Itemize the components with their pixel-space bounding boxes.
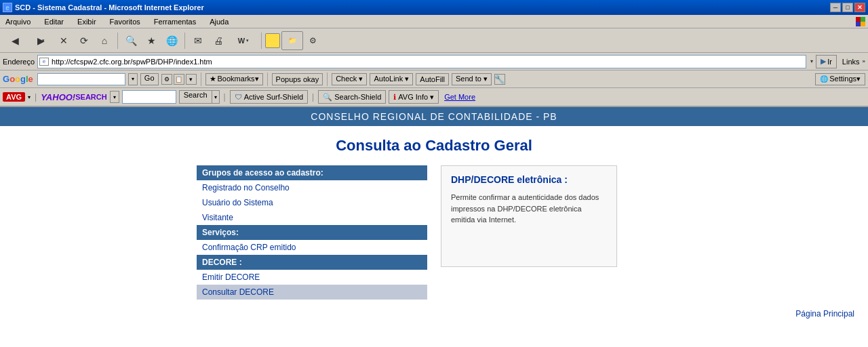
mail-button[interactable]: ✉ xyxy=(189,31,208,50)
media-button[interactable]: 🌐 xyxy=(162,31,181,50)
bookmarks-button[interactable]: ★ Bookmarks▾ xyxy=(205,73,263,85)
address-bar: Endereço e ▾ ▶ Ir Links » xyxy=(0,53,868,70)
yahoo-logo: YAHOO! xyxy=(41,92,75,102)
size-button[interactable] xyxy=(265,33,280,48)
google-search-dropdown[interactable]: ▾ xyxy=(128,73,138,85)
page-footer: Página Principal xyxy=(0,306,868,321)
link-visitante[interactable]: Visitante xyxy=(197,210,427,225)
close-button[interactable]: ✕ xyxy=(854,3,865,12)
toolbar-separator-2 xyxy=(184,33,185,49)
autofill-button[interactable]: AutoFill xyxy=(416,73,449,85)
menu-editar[interactable]: Editar xyxy=(41,16,66,27)
google-toolbar: Google ▾ Go ⚙ 📋 ▾ ★ Bookmarks▾ Popups ok… xyxy=(0,70,868,88)
browser-toolbar: ◀ ▾ ▶ ▾ ✕ ⟳ ⌂ 🔍 ★ 🌐 ✉ 🖨 W ▾ 📁 ⚙ xyxy=(0,28,868,53)
content-grid: Grupos de acesso ao cadastro: Registrado… xyxy=(197,165,671,300)
refresh-button[interactable]: ⟳ xyxy=(75,31,94,50)
link-emitir-decore[interactable]: Emitir DECORE xyxy=(197,270,427,285)
yahoo-search-group: YAHOO! SEARCH xyxy=(41,92,107,102)
search-shield-icon: 🔍 xyxy=(323,93,332,102)
yahoo-search-label: SEARCH xyxy=(75,93,106,101)
decore-header: DECORE : xyxy=(197,255,427,270)
avg-dropdown-arrow[interactable]: ▾ xyxy=(28,94,31,100)
services-header: Serviços: xyxy=(197,225,427,240)
page-header: CONSELHO REGIONAL DE CONTABILIDADE - PB xyxy=(0,107,868,126)
tb-icon-1[interactable]: ⚙ xyxy=(161,74,172,85)
search-dropdown-arrow[interactable]: ▾ xyxy=(212,90,220,104)
window-title: SCD - Sistema Cadastral - Microsoft Inte… xyxy=(15,3,204,12)
dhp-title: DHP/DECORE eletrônica : xyxy=(451,174,607,185)
globe-icon: 🌐 xyxy=(820,75,828,83)
address-label: Endereço xyxy=(3,58,35,66)
search-button-group: Search ▾ xyxy=(179,90,220,104)
minimize-button[interactable]: ─ xyxy=(830,3,841,12)
menu-exibir[interactable]: Exibir xyxy=(75,16,99,27)
address-input-wrap: e xyxy=(37,55,806,68)
go-button[interactable]: ▶ Ir xyxy=(816,55,837,68)
tb-icon-2[interactable]: 📋 xyxy=(174,74,184,85)
avg-toolbar: AVG ▾ | YAHOO! SEARCH ▾ Search ▾ | 🛡 Act… xyxy=(0,88,868,107)
popups-button[interactable]: Popups okay xyxy=(272,73,323,85)
menu-ferramentas[interactable]: Ferramentas xyxy=(151,16,199,27)
msn-button[interactable]: ⚙ xyxy=(303,31,322,50)
search-shield-button[interactable]: 🔍 Search-Shield xyxy=(318,90,386,104)
google-separator-2 xyxy=(267,73,268,86)
left-panel: Grupos de acesso ao cadastro: Registrado… xyxy=(197,165,427,300)
menu-bar: Arquivo Editar Exibir Favoritos Ferramen… xyxy=(0,15,868,28)
page-icon: e xyxy=(39,57,50,66)
windows-flag xyxy=(856,17,865,26)
links-label: Links xyxy=(842,58,860,66)
menu-ajuda[interactable]: Ajuda xyxy=(207,16,231,27)
avg-logo[interactable]: AVG xyxy=(3,92,25,102)
maximize-button[interactable]: □ xyxy=(842,3,853,12)
wrench-icon[interactable]: 🔧 xyxy=(494,74,505,85)
google-separator-3 xyxy=(327,73,328,86)
dhp-description: Permite confirmar a autenticidade dos da… xyxy=(451,192,607,226)
back-button[interactable]: ◀ ▾ xyxy=(3,31,27,50)
print-button[interactable]: 🖨 xyxy=(209,31,228,50)
page-header-title: CONSELHO REGIONAL DE CONTABILIDADE - PB xyxy=(311,111,557,122)
google-go-button[interactable]: Go xyxy=(140,73,159,85)
get-more-link[interactable]: Get More xyxy=(444,93,475,101)
stop-button[interactable]: ✕ xyxy=(54,31,73,50)
forward-button[interactable]: ▶ ▾ xyxy=(28,31,53,50)
go-arrow-icon: ▶ xyxy=(821,57,826,66)
toolbar-separator-1 xyxy=(117,33,118,49)
favorites-button[interactable]: ★ xyxy=(142,31,161,50)
autolink-button[interactable]: AutoLink ▾ xyxy=(370,73,413,85)
main-content: Consulta ao Cadastro Geral Grupos de ace… xyxy=(0,126,868,306)
address-dropdown-arrow[interactable]: ▾ xyxy=(810,58,813,64)
tb-icon-3[interactable]: ▾ xyxy=(186,74,197,85)
link-consultar-decore[interactable]: Consultar DECORE xyxy=(197,285,427,300)
ie-icon: e xyxy=(3,3,12,12)
research-button[interactable]: 📁 xyxy=(281,31,303,50)
link-confirmacao-crp[interactable]: Confirmação CRP emitido xyxy=(197,240,427,255)
links-chevron-icon: » xyxy=(863,58,865,64)
google-search-input[interactable] xyxy=(37,73,125,85)
page-title: Consulta ao Cadastro Geral xyxy=(336,137,532,155)
google-separator-1 xyxy=(201,73,201,86)
check-button[interactable]: Check ▾ xyxy=(332,73,367,85)
menu-arquivo[interactable]: Arquivo xyxy=(3,16,33,27)
right-panel: DHP/DECORE eletrônica : Permite confirma… xyxy=(441,165,617,267)
link-registrado[interactable]: Registrado no Conselho xyxy=(197,180,427,195)
link-usuario[interactable]: Usuário do Sistema xyxy=(197,195,427,210)
home-button[interactable]: ⌂ xyxy=(95,31,114,50)
toolbar-icons-group: ⚙ 📋 ▾ xyxy=(161,74,197,85)
tool-group: 📁 ⚙ xyxy=(281,31,322,50)
settings-button[interactable]: 🌐 Settings▾ xyxy=(815,73,865,85)
address-input[interactable] xyxy=(52,58,804,66)
avg-info-button[interactable]: ℹ AVG Info ▾ xyxy=(389,90,439,104)
yahoo-dropdown[interactable]: ▾ xyxy=(110,91,119,103)
search-button[interactable]: 🔍 xyxy=(121,31,140,50)
pagina-principal-link[interactable]: Página Principal xyxy=(795,309,854,319)
active-surf-shield-button[interactable]: 🛡 Active Surf-Shield xyxy=(230,90,308,104)
title-bar: e SCD - Sistema Cadastral - Microsoft In… xyxy=(0,0,868,15)
sendto-button[interactable]: Send to ▾ xyxy=(452,73,492,85)
shield-icon: 🛡 xyxy=(235,93,242,101)
yahoo-search-input[interactable] xyxy=(122,90,176,104)
avg-info-icon: ℹ xyxy=(393,93,396,102)
menu-favoritos[interactable]: Favoritos xyxy=(107,16,143,27)
search-button[interactable]: Search xyxy=(179,90,212,104)
edit-button[interactable]: W ▾ xyxy=(229,31,258,50)
toolbar-separator-3 xyxy=(261,33,262,49)
